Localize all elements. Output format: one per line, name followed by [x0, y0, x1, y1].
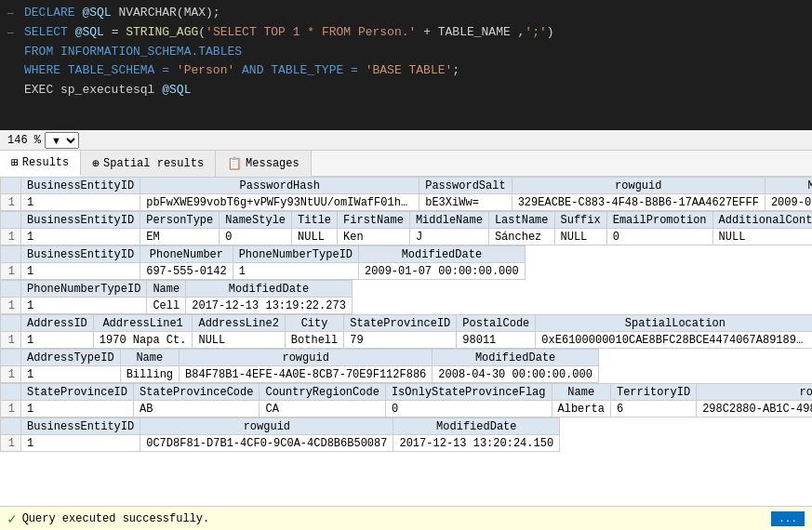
- table-cell: 0xE6100000010CAE8BFC28BCE4474067A8918989…: [536, 332, 812, 349]
- table-cell: 1: [21, 401, 134, 417]
- col-header: Name: [552, 384, 610, 401]
- col-header: StateProvinceID: [21, 384, 134, 401]
- col-header: Name: [120, 350, 179, 366]
- table-cell: 79: [344, 332, 457, 349]
- tab-icon: ⊞: [11, 155, 19, 170]
- col-header: Suffix: [554, 212, 606, 229]
- status-bar: ✓ Query executed successfully. ...: [0, 506, 812, 530]
- code-line: —DECLARE @SQL NVARCHAR(MAX);: [7, 4, 805, 23]
- col-header: ModifiedDate: [433, 350, 599, 366]
- table-cell: 1: [21, 194, 140, 211]
- col-header: rowguid: [512, 178, 765, 194]
- col-header: rowguid: [140, 418, 393, 435]
- table-cell: 0: [606, 229, 712, 245]
- col-header: BusinessEntityID: [21, 246, 140, 263]
- table-cell: 2017-12-13 13:19:22.273: [186, 298, 353, 314]
- tab-label: Messages: [246, 157, 300, 170]
- col-header: ModifiedDate: [186, 281, 353, 298]
- result-block-table6: AddressTypeIDNamerowguidModifiedDate11Bi…: [0, 349, 812, 383]
- result-block-table5: AddressIDAddressLine1AddressLine2CitySta…: [0, 314, 812, 349]
- table-cell: Ken: [338, 229, 410, 245]
- col-header: ModifiedDate: [393, 418, 560, 435]
- tab-icon: ⊕: [92, 156, 100, 171]
- status-icon: ✓: [7, 510, 17, 528]
- table-cell: B84F78B1-4EFE-4A0E-8CB7-70E9F112F886: [180, 366, 433, 383]
- table-row: 11EM0NULLKenJSánchezNULL0NULL<Individual…: [1, 229, 813, 245]
- code-line: EXEC sp_executesql @SQL: [7, 81, 805, 100]
- col-header: StateProvinceCode: [134, 384, 260, 401]
- table-cell: 0C7D8F81-D7B1-4CF0-9C0A-4CD8B6B50087: [140, 435, 393, 452]
- col-header: rowguid: [180, 350, 433, 366]
- table-cell: NULL: [712, 229, 812, 245]
- result-block-table4: PhoneNumberTypeIDNameModifiedDate11Cell2…: [0, 280, 812, 314]
- table-cell: 1970 Napa Ct.: [93, 332, 193, 349]
- table-cell: 1: [21, 332, 94, 349]
- col-header: Title: [292, 212, 338, 229]
- table-cell: 1: [21, 366, 121, 383]
- table-cell: 2017-12-13 13:20:24.150: [393, 435, 560, 452]
- result-table-table4: PhoneNumberTypeIDNameModifiedDate11Cell2…: [0, 280, 353, 314]
- col-header: ModifiedDate: [765, 178, 812, 194]
- table-cell: Alberta: [552, 401, 610, 417]
- result-table-table6: AddressTypeIDNamerowguidModifiedDate11Bi…: [0, 349, 599, 383]
- col-header: PhoneNumberTypeID: [21, 281, 147, 298]
- table-cell: pbFwXWE99vobT6g+vPWFy93NtUU/omIWafF01hcc…: [140, 194, 419, 211]
- table-cell: AB: [134, 401, 260, 417]
- zoom-select[interactable]: ▼: [45, 132, 79, 149]
- table-cell: bE3XiWw=: [419, 194, 512, 211]
- table-cell: 6: [610, 401, 696, 417]
- table-row: 11BillingB84F78B1-4EFE-4A0E-8CB7-70E9F11…: [1, 366, 599, 383]
- col-header: BusinessEntityID: [21, 212, 140, 229]
- col-header: MiddleName: [409, 212, 488, 229]
- table-row: 11ABCA0Alberta6298C2880-AB1C-4982-A5AD-A…: [1, 401, 813, 417]
- col-header: BusinessEntityID: [21, 178, 140, 194]
- table-row: 11Cell2017-12-13 13:19:22.273: [1, 298, 353, 314]
- table-cell: 697-555-0142: [140, 263, 233, 280]
- table-cell: 298C2880-AB1C-4982-A5AD-A36EB4BA0D34: [697, 401, 812, 417]
- col-header: PersonType: [140, 212, 220, 229]
- result-block-table8: BusinessEntityIDrowguidModifiedDate110C7…: [0, 417, 812, 452]
- table-cell: 0: [385, 401, 552, 417]
- col-header: Name: [147, 281, 186, 298]
- table-cell: Billing: [120, 366, 179, 383]
- result-table-table2: BusinessEntityIDPersonTypeNameStyleTitle…: [0, 211, 812, 245]
- col-header: CountryRegionCode: [260, 384, 385, 401]
- table-cell: 1: [21, 298, 147, 314]
- col-header: City: [285, 315, 343, 332]
- table-cell: NULL: [554, 229, 606, 245]
- col-header: AddressID: [21, 315, 94, 332]
- table-row: 110C7D8F81-D7B1-4CF0-9C0A-4CD8B6B5008720…: [1, 435, 560, 452]
- result-table-table7: StateProvinceIDStateProvinceCodeCountryR…: [0, 383, 812, 417]
- table-cell: 329EACBE-C883-4F48-B8B6-17AA4627EFFF: [512, 194, 765, 211]
- col-header: IsOnlyStateProvinceFlag: [385, 384, 552, 401]
- result-block-table3: BusinessEntityIDPhoneNumberPhoneNumberTy…: [0, 245, 812, 280]
- results-area[interactable]: BusinessEntityIDPasswordHashPasswordSalt…: [0, 177, 812, 506]
- col-header: FirstName: [338, 212, 410, 229]
- code-line: FROM INFORMATION_SCHEMA.TABLES: [7, 43, 805, 62]
- col-header: PhoneNumber: [140, 246, 233, 263]
- zoom-bar: 146 % ▼: [0, 130, 812, 151]
- col-header: ModifiedDate: [359, 246, 526, 263]
- col-header: AdditionalContactInfo: [712, 212, 812, 229]
- tab-messages[interactable]: 📋Messages: [216, 151, 312, 177]
- tab-label: Spatial results: [103, 157, 204, 170]
- tab-results[interactable]: ⊞Results: [0, 151, 81, 177]
- tab-spatial-results[interactable]: ⊕Spatial results: [81, 151, 216, 177]
- table-cell: 1: [233, 263, 358, 280]
- zoom-label: 146 %: [7, 134, 41, 147]
- col-header: PhoneNumberTypeID: [233, 246, 358, 263]
- result-table-table3: BusinessEntityIDPhoneNumberPhoneNumberTy…: [0, 245, 526, 280]
- result-table-table8: BusinessEntityIDrowguidModifiedDate110C7…: [0, 417, 560, 452]
- table-cell: Sánchez: [488, 229, 554, 245]
- col-header: PasswordSalt: [419, 178, 512, 194]
- result-table-table1: BusinessEntityIDPasswordHashPasswordSalt…: [0, 177, 812, 211]
- table-cell: 1: [21, 263, 140, 280]
- table-cell: 2009-01-07 00:00:00.000: [359, 263, 526, 280]
- table-cell: Bothell: [285, 332, 343, 349]
- col-header: rowguid: [697, 384, 812, 401]
- table-row: 11697-555-014212009-01-07 00:00:00.000: [1, 263, 526, 280]
- result-block-table1: BusinessEntityIDPasswordHashPasswordSalt…: [0, 177, 812, 211]
- col-header: SpatialLocation: [536, 315, 812, 332]
- status-button[interactable]: ...: [771, 511, 805, 526]
- table-cell: 1: [21, 229, 140, 245]
